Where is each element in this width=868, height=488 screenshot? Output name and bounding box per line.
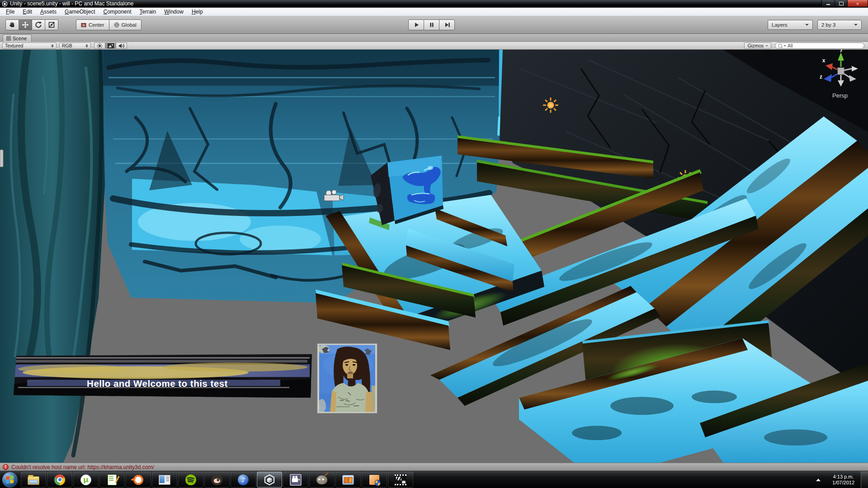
search-input[interactable]	[788, 43, 855, 48]
audio-toggle[interactable]	[116, 42, 127, 49]
taskbar-item-spotify[interactable]	[178, 472, 203, 488]
maximize-button[interactable]	[835, 0, 848, 7]
taskbar-item-image-program[interactable]	[152, 472, 177, 488]
taskbar-item-movie-maker[interactable]	[335, 472, 361, 488]
virtualdub-icon	[395, 474, 406, 486]
github-icon	[211, 474, 223, 486]
installer-shield-icon	[368, 474, 380, 486]
gizmos-dropdown[interactable]: Gizmos	[744, 42, 771, 49]
explorer-icon	[28, 474, 39, 486]
scene-search[interactable]	[775, 42, 864, 49]
pivot-orientation-toggles: Center Global	[76, 19, 142, 30]
persp-label[interactable]: Persp	[832, 92, 848, 99]
unity-icon	[264, 474, 275, 486]
menu-help[interactable]: Help	[188, 8, 207, 16]
move-icon	[22, 21, 29, 28]
axis-y-label: y	[840, 50, 843, 52]
taskbar-item-itunes[interactable]: ♪	[231, 472, 256, 488]
taskbar-item-gimp[interactable]	[309, 472, 335, 488]
move-tool-button[interactable]	[19, 19, 32, 30]
play-icon	[413, 21, 420, 28]
global-orientation-button[interactable]: Global	[109, 19, 142, 30]
taskbar-item-unity-editor[interactable]	[257, 472, 282, 488]
axis-x-label: x	[822, 57, 826, 64]
taskbar-item-screen-recorder[interactable]	[283, 472, 308, 488]
skybox-toggle[interactable]	[105, 42, 116, 49]
show-desktop-button[interactable]	[861, 471, 868, 488]
window-titlebar[interactable]: Unity - scene5.unity - will - PC and Mac…	[0, 0, 868, 8]
taskbar-item-virtualdub[interactable]	[388, 472, 413, 488]
pivot-icon	[81, 23, 86, 28]
scene-controls: Textured RGB Gizmos	[0, 42, 868, 50]
desktop: Unity - scene5.unity - will - PC and Mac…	[0, 0, 868, 488]
menu-component[interactable]: Component	[99, 8, 135, 16]
movie-maker-icon	[342, 474, 354, 486]
color-mode-dropdown[interactable]: RGB	[59, 42, 91, 49]
spotify-icon	[185, 474, 197, 486]
rotate-tool-button[interactable]	[32, 19, 45, 30]
stepper-icon	[85, 44, 88, 47]
utorrent-icon: µ	[80, 474, 92, 486]
taskbar-item-google-chrome[interactable]	[47, 472, 72, 488]
layout-dropdown[interactable]: 2 by 3	[817, 20, 862, 30]
close-button[interactable]: ×	[848, 0, 868, 7]
pause-button[interactable]	[424, 19, 439, 30]
tab-scene[interactable]: Scene	[3, 34, 32, 42]
step-button[interactable]	[439, 19, 455, 30]
notepad-plus-plus-icon	[106, 474, 118, 486]
pivot-center-button[interactable]: Center	[76, 19, 109, 30]
unity-toolbar: Center Global Layers	[0, 16, 868, 34]
pause-icon	[428, 21, 435, 28]
hand-icon	[9, 21, 16, 28]
taskbar-item-github[interactable]	[204, 472, 230, 488]
layers-dropdown[interactable]: Layers	[768, 20, 813, 30]
taskbar-clock[interactable]: 4:13 p.m. 1/07/2012	[832, 474, 854, 486]
chevron-down-icon	[805, 24, 809, 26]
transform-tools	[5, 19, 58, 30]
menu-edit[interactable]: Edit	[19, 8, 36, 16]
menu-terrain[interactable]: Terrain	[136, 8, 160, 16]
scale-icon	[48, 21, 55, 28]
chevron-down-icon	[854, 24, 858, 26]
globe-icon	[114, 22, 119, 28]
minimize-button[interactable]	[821, 0, 835, 7]
taskbar-item-installer[interactable]	[362, 472, 387, 488]
lighting-toggle[interactable]	[94, 42, 105, 49]
image-icon	[108, 43, 114, 48]
menu-file[interactable]: File	[2, 8, 19, 16]
clock-date: 1/07/2012	[832, 480, 854, 486]
start-button[interactable]	[2, 472, 18, 488]
windows-logo-icon	[6, 475, 14, 484]
menu-window[interactable]: Window	[160, 8, 188, 16]
taskbar-item-utorrent[interactable]: µ	[73, 472, 99, 488]
windows-taskbar: µ ♪	[0, 471, 868, 488]
taskbar-item-blender[interactable]	[126, 472, 151, 488]
light-gizmo-1[interactable]	[543, 98, 558, 113]
axis-z-label: z	[820, 74, 822, 80]
chevron-down-icon	[765, 45, 768, 47]
menu-assets[interactable]: Assets	[36, 8, 61, 16]
stepper-icon	[51, 44, 54, 47]
menu-gameobject[interactable]: GameObject	[61, 8, 99, 16]
gui-portrait	[317, 344, 377, 413]
scale-tool-button[interactable]	[45, 19, 58, 30]
play-button[interactable]	[408, 19, 424, 30]
window-edge-handle[interactable]	[0, 150, 3, 167]
menubar: File Edit Assets GameObject Component Te…	[0, 8, 868, 16]
search-icon	[778, 44, 782, 48]
speaker-icon	[118, 43, 125, 49]
sun-icon	[97, 43, 103, 49]
grid-icon	[6, 36, 11, 41]
render-mode-dropdown[interactable]: Textured	[2, 42, 57, 49]
taskbar-item-notepad-plus-plus[interactable]	[99, 472, 125, 488]
clock-time: 4:13 p.m.	[832, 474, 854, 480]
hand-tool-button[interactable]	[5, 19, 19, 30]
taskbar-item-windows-explorer[interactable]	[21, 472, 46, 488]
status-bar[interactable]: ! Couldn't resolve host name url: https:…	[0, 463, 868, 471]
scene-viewport[interactable]: Hello and Welcome to this test	[0, 50, 868, 463]
chrome-icon	[54, 474, 66, 486]
window-title: Unity - scene5.unity - will - PC and Mac…	[10, 0, 133, 8]
view-tabstrip: Scene	[0, 34, 868, 42]
playmode-controls	[408, 19, 455, 30]
show-hidden-icons-button[interactable]	[816, 479, 821, 481]
